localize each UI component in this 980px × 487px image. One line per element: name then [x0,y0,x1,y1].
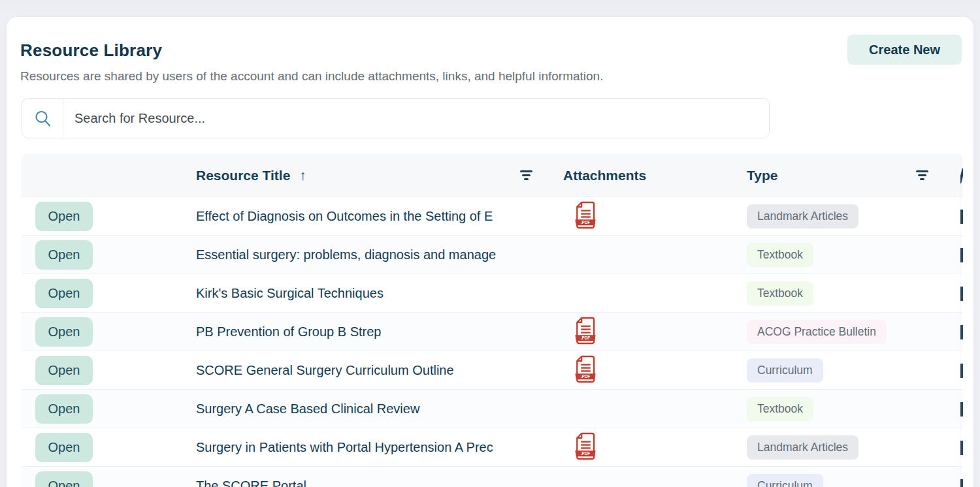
clipped-next-column-text [960,274,963,312]
browser-chrome-strip [0,0,980,18]
table-row: Open Surgery in Patients with Portal Hyp… [22,428,963,466]
table-row: Open SCORE General Surgery Curriculum Ou… [22,351,963,389]
resource-library-panel: Resource Library Resources are shared by… [7,17,973,487]
type-badge: Curriculum [747,358,823,383]
type-badge: Textbook [747,243,813,267]
resource-title: SCORE General Surgery Curriculum Outline [172,363,544,378]
open-button[interactable]: Open [35,356,93,385]
table-row: Open The SCORE Portal .PDF Curriculum [22,466,963,487]
svg-text:.PDF: .PDF [581,220,591,225]
type-badge: Curriculum [747,474,823,487]
clipped-next-column-text [960,351,963,389]
open-button[interactable]: Open [35,240,93,270]
resource-title: PB Prevention of Group B Strep [172,324,544,339]
svg-text:.PDF: .PDF [581,451,591,456]
search-input[interactable] [63,99,769,138]
page-subtitle: Resources are shared by users of the acc… [20,69,603,84]
type-badge: Landmark Articles [747,204,858,228]
page-title: Resource Library [20,40,162,61]
type-badge: ACOG Practice Bulletin [747,320,887,344]
clipped-next-column-text [960,467,963,487]
resource-title: Surgery in Patients with Portal Hyperten… [172,440,544,455]
svg-text:.PDF: .PDF [581,374,591,379]
attachments-column-header: Attachments [544,168,734,183]
title-filter-icon[interactable] [520,170,532,180]
pdf-attachment-icon[interactable]: .PDF [574,432,596,463]
clipped-next-column-text [960,236,963,274]
clipped-next-column-text [960,428,963,466]
create-new-button[interactable]: Create New [847,35,962,65]
resource-title: Essential surgery: problems, diagnosis a… [172,247,544,262]
svg-text:.PDF: .PDF [581,336,591,340]
type-badge: Landmark Articles [747,435,858,460]
type-badge: Textbook [747,281,813,306]
open-button[interactable]: Open [35,394,93,424]
resource-title: Effect of Diagnosis on Outcomes in the S… [172,209,544,224]
search-icon [22,99,63,138]
sort-ascending-icon: ↑ [299,168,306,183]
clipped-next-column-text [960,197,963,235]
resource-title: Kirk's Basic Surgical Techniques [172,286,544,301]
type-badge: Textbook [747,397,813,421]
resource-table: Resource Title ↑ Attachments Type Open E… [22,154,963,487]
table-row: Open Surgery A Case Based Clinical Revie… [22,389,963,428]
type-filter-icon[interactable] [916,170,928,180]
resource-title-sort-header[interactable]: Resource Title ↑ [172,168,306,183]
table-row: Open Kirk's Basic Surgical Techniques .P… [22,274,963,312]
table-header-row: Resource Title ↑ Attachments Type [22,154,963,196]
clipped-next-column-text [960,390,963,428]
type-column-header: Type [734,154,960,196]
search-bar [22,98,770,138]
open-button[interactable]: Open [35,433,93,462]
table-row: Open PB Prevention of Group B Strep .PDF… [22,312,963,351]
table-body: Open Effect of Diagnosis on Outcomes in … [22,196,963,487]
pdf-attachment-icon[interactable]: .PDF [574,317,596,347]
open-button[interactable]: Open [35,471,93,487]
pdf-attachment-icon[interactable]: .PDF [574,201,596,232]
open-button[interactable]: Open [35,202,93,231]
table-row: Open Effect of Diagnosis on Outcomes in … [22,196,963,235]
resource-title: Surgery A Case Based Clinical Review [172,401,544,416]
clipped-next-column-text [960,313,963,351]
table-row: Open Essential surgery: problems, diagno… [22,235,963,274]
open-button[interactable]: Open [35,279,93,308]
open-button[interactable]: Open [35,317,93,347]
clipped-next-column-header [960,154,963,196]
resource-title: The SCORE Portal [172,479,544,487]
pdf-attachment-icon[interactable]: .PDF [574,355,596,386]
